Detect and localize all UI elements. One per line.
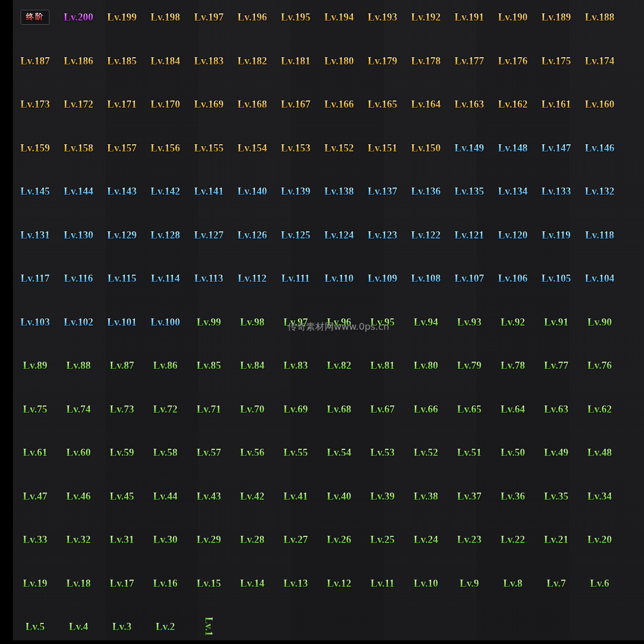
level-35[interactable]: Lv.35 xyxy=(544,491,568,501)
level-147[interactable]: Lv.147 xyxy=(541,143,571,153)
level-82[interactable]: Lv.82 xyxy=(327,360,351,370)
level-63[interactable]: Lv.63 xyxy=(544,404,568,414)
level-83[interactable]: Lv.83 xyxy=(283,360,308,370)
level-11[interactable]: Lv.11 xyxy=(370,578,394,588)
level-177[interactable]: Lv.177 xyxy=(454,56,484,66)
level-44[interactable]: Lv.44 xyxy=(153,491,177,501)
level-174[interactable]: Lv.174 xyxy=(585,56,614,66)
level-125[interactable]: Lv.125 xyxy=(281,230,310,240)
level-58[interactable]: Lv.58 xyxy=(153,447,177,457)
level-128[interactable]: Lv.128 xyxy=(150,230,180,240)
level-73[interactable]: Lv.73 xyxy=(110,404,134,414)
level-68[interactable]: Lv.68 xyxy=(327,404,351,414)
level-60[interactable]: Lv.60 xyxy=(66,447,91,457)
level-103[interactable]: Lv.103 xyxy=(21,317,50,327)
level-62[interactable]: Lv.62 xyxy=(587,404,612,414)
level-12[interactable]: Lv.12 xyxy=(327,578,351,588)
level-200[interactable]: Lv.200 xyxy=(64,12,93,22)
level-86[interactable]: Lv.86 xyxy=(153,360,177,370)
level-13[interactable]: Lv.13 xyxy=(283,578,308,588)
level-43[interactable]: Lv.43 xyxy=(197,491,221,501)
level-150[interactable]: Lv.150 xyxy=(411,143,440,153)
level-3[interactable]: Lv.3 xyxy=(112,621,131,632)
level-95[interactable]: Lv.95 xyxy=(370,317,395,327)
level-92[interactable]: Lv.92 xyxy=(501,317,525,327)
level-80[interactable]: Lv.80 xyxy=(414,360,438,370)
level-76[interactable]: Lv.76 xyxy=(587,360,612,370)
level-67[interactable]: Lv.67 xyxy=(370,404,395,414)
level-97[interactable]: Lv.97 xyxy=(283,317,308,327)
level-75[interactable]: Lv.75 xyxy=(23,404,47,414)
level-50[interactable]: Lv.50 xyxy=(501,447,525,457)
level-107[interactable]: Lv.107 xyxy=(454,273,484,283)
level-19[interactable]: Lv.19 xyxy=(23,578,47,588)
level-54[interactable]: Lv.54 xyxy=(327,447,351,457)
level-105[interactable]: Lv.105 xyxy=(541,273,571,283)
level-51[interactable]: Lv.51 xyxy=(457,447,481,457)
level-93[interactable]: Lv.93 xyxy=(457,317,481,327)
level-37[interactable]: Lv.37 xyxy=(457,491,481,501)
level-194[interactable]: Lv.194 xyxy=(325,12,354,22)
level-106[interactable]: Lv.106 xyxy=(498,273,528,283)
level-53[interactable]: Lv.53 xyxy=(370,447,395,457)
level-65[interactable]: Lv.65 xyxy=(457,404,481,414)
level-157[interactable]: Lv.157 xyxy=(107,143,137,153)
level-155[interactable]: Lv.155 xyxy=(194,143,224,153)
level-134[interactable]: Lv.134 xyxy=(498,186,528,196)
level-170[interactable]: Lv.170 xyxy=(150,99,180,109)
level-10[interactable]: Lv.10 xyxy=(414,578,438,588)
level-169[interactable]: Lv.169 xyxy=(194,99,224,109)
level-114[interactable]: Lv.114 xyxy=(151,273,180,283)
level-56[interactable]: Lv.56 xyxy=(240,447,264,457)
level-84[interactable]: Lv.84 xyxy=(240,360,264,370)
level-98[interactable]: Lv.98 xyxy=(240,317,264,327)
level-14[interactable]: Lv.14 xyxy=(240,578,264,588)
level-124[interactable]: Lv.124 xyxy=(325,230,354,240)
level-8[interactable]: Lv.8 xyxy=(503,578,522,588)
level-39[interactable]: Lv.39 xyxy=(370,491,395,501)
level-152[interactable]: Lv.152 xyxy=(325,143,354,153)
level-33[interactable]: Lv.33 xyxy=(23,534,47,545)
level-15[interactable]: Lv.15 xyxy=(197,578,221,588)
level-91[interactable]: Lv.91 xyxy=(544,317,568,327)
level-122[interactable]: Lv.122 xyxy=(411,230,440,240)
level-133[interactable]: Lv.133 xyxy=(541,186,571,196)
level-1[interactable]: Lv.1 xyxy=(204,617,214,636)
level-41[interactable]: Lv.41 xyxy=(283,491,308,501)
level-139[interactable]: Lv.139 xyxy=(281,186,310,196)
level-29[interactable]: Lv.29 xyxy=(197,534,221,545)
level-193[interactable]: Lv.193 xyxy=(368,12,397,22)
level-110[interactable]: Lv.110 xyxy=(325,273,353,283)
level-55[interactable]: Lv.55 xyxy=(283,447,308,457)
level-119[interactable]: Lv.119 xyxy=(541,230,570,240)
level-117[interactable]: Lv.117 xyxy=(21,273,49,283)
level-183[interactable]: Lv.183 xyxy=(194,56,224,66)
level-2[interactable]: Lv.2 xyxy=(156,621,175,632)
level-16[interactable]: Lv.16 xyxy=(153,578,177,588)
level-191[interactable]: Lv.191 xyxy=(454,12,484,22)
level-88[interactable]: Lv.88 xyxy=(66,360,91,370)
level-127[interactable]: Lv.127 xyxy=(194,230,224,240)
level-163[interactable]: Lv.163 xyxy=(454,99,484,109)
level-111[interactable]: Lv.111 xyxy=(281,273,310,283)
level-161[interactable]: Lv.161 xyxy=(541,99,571,109)
level-9[interactable]: Lv.9 xyxy=(460,578,479,588)
level-156[interactable]: Lv.156 xyxy=(150,143,180,153)
level-116[interactable]: Lv.116 xyxy=(64,273,93,283)
level-57[interactable]: Lv.57 xyxy=(197,447,221,457)
level-180[interactable]: Lv.180 xyxy=(325,56,354,66)
level-17[interactable]: Lv.17 xyxy=(110,578,134,588)
level-168[interactable]: Lv.168 xyxy=(238,99,267,109)
level-28[interactable]: Lv.28 xyxy=(240,534,264,545)
level-6[interactable]: Lv.6 xyxy=(590,578,609,588)
level-101[interactable]: Lv.101 xyxy=(107,317,137,327)
level-21[interactable]: Lv.21 xyxy=(544,534,568,545)
level-49[interactable]: Lv.49 xyxy=(544,447,568,457)
level-182[interactable]: Lv.182 xyxy=(238,56,267,66)
level-40[interactable]: Lv.40 xyxy=(327,491,351,501)
level-96[interactable]: Lv.96 xyxy=(327,317,351,327)
level-144[interactable]: Lv.144 xyxy=(64,186,93,196)
level-132[interactable]: Lv.132 xyxy=(585,186,614,196)
level-36[interactable]: Lv.36 xyxy=(501,491,525,501)
level-71[interactable]: Lv.71 xyxy=(197,404,221,414)
